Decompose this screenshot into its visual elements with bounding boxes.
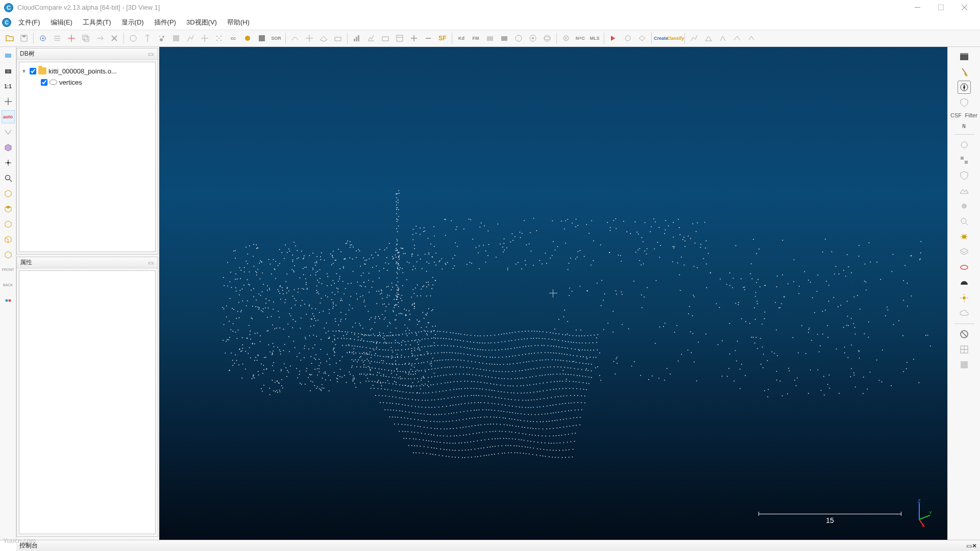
shield2-icon[interactable] [958, 169, 971, 182]
close-panel-icon[interactable]: ✕ [972, 542, 977, 549]
front-face-icon[interactable]: FRONT [2, 263, 15, 277]
clapper-icon[interactable] [958, 50, 971, 63]
canupo-classify-icon[interactable]: Classify [669, 32, 682, 45]
menu-plugins[interactable]: 插件(P) [149, 16, 181, 29]
dome-icon[interactable] [958, 276, 971, 289]
undock-icon[interactable]: ▭ [966, 542, 972, 549]
canupo-create-icon[interactable]: Create [654, 32, 668, 45]
tree-root-row[interactable]: ▼ kitti_000008_points.o... [21, 65, 153, 77]
bug-icon[interactable] [958, 230, 971, 243]
no-entry-icon[interactable] [958, 328, 971, 341]
animation-icon[interactable] [607, 32, 620, 45]
save-icon[interactable] [17, 32, 31, 45]
histogram-icon[interactable] [350, 32, 363, 45]
point-list-icon[interactable] [51, 32, 64, 45]
set-point-size-icon[interactable] [155, 32, 168, 45]
facets-icon[interactable] [702, 32, 715, 45]
scalar-field-icon[interactable]: SF [436, 32, 449, 45]
compute-octree-icon[interactable]: cc [227, 32, 240, 45]
export-icon[interactable] [745, 32, 758, 45]
minimize-button[interactable] [905, 0, 929, 15]
point-picking-icon[interactable] [36, 32, 50, 45]
3d-viewport[interactable]: 15 Z Y X [159, 47, 947, 540]
menu-display[interactable]: 显示(D) [116, 16, 149, 29]
bottom-view-icon[interactable] [2, 217, 15, 231]
best-fit-icon[interactable] [526, 32, 540, 45]
normals-icon[interactable] [716, 32, 729, 45]
register-icon[interactable] [498, 32, 511, 45]
menu-tools[interactable]: 工具类(T) [78, 16, 116, 29]
toggle-viewer-icon[interactable] [169, 32, 183, 45]
menu-help[interactable]: 帮助(H) [222, 16, 255, 29]
fit-plane-icon[interactable] [288, 32, 302, 45]
level-icon[interactable] [141, 32, 154, 45]
auto-pick-rotation-icon[interactable]: auto [2, 110, 15, 123]
front-view-icon[interactable] [2, 233, 15, 246]
add-constant-sf-icon[interactable] [407, 32, 421, 45]
broom-icon[interactable] [621, 32, 634, 45]
layers-icon[interactable] [958, 245, 971, 259]
hpr-icon[interactable] [730, 32, 744, 45]
ellipse-icon[interactable] [958, 261, 971, 274]
always-visible-icon[interactable] [2, 126, 15, 139]
virtual-broom-icon[interactable] [635, 32, 649, 45]
iso-view-icon[interactable] [2, 141, 15, 154]
clone-icon[interactable] [79, 32, 92, 45]
close-button[interactable] [952, 0, 976, 15]
display-options-icon[interactable] [393, 32, 406, 45]
cross-section-icon[interactable] [317, 32, 330, 45]
fit-sphere-icon[interactable] [303, 32, 316, 45]
menu-file[interactable]: 文件(F) [13, 16, 45, 29]
undock-icon[interactable]: ▭ [146, 259, 155, 267]
subsample-icon[interactable] [212, 32, 226, 45]
db-tree[interactable]: ▼ kitti_000008_points.o... vertices [19, 62, 156, 252]
camera-params-icon[interactable] [379, 32, 392, 45]
cloud-icon[interactable] [958, 307, 971, 320]
root-checkbox[interactable] [30, 68, 36, 74]
set-view-icon[interactable] [2, 49, 15, 62]
delete-icon[interactable] [108, 32, 121, 45]
collapse-icon[interactable]: ▼ [21, 68, 28, 74]
sphere-icon[interactable] [958, 199, 971, 213]
back-view-icon[interactable] [2, 248, 15, 261]
globe-icon[interactable] [541, 32, 554, 45]
maximize-button[interactable] [929, 0, 952, 15]
compute-stat-icon[interactable] [364, 32, 378, 45]
global-zoom-icon[interactable] [2, 187, 15, 200]
ransac-icon[interactable] [559, 32, 573, 45]
sor-filter-icon[interactable]: SOR [270, 32, 283, 45]
broom-tool-icon[interactable] [958, 65, 971, 79]
nc-icon[interactable]: N+C [574, 32, 587, 45]
sun-icon[interactable] [958, 291, 971, 305]
pcv-icon[interactable] [241, 32, 254, 45]
classify-icon[interactable] [958, 154, 971, 167]
grid-icon[interactable] [958, 343, 971, 356]
open-file-icon[interactable] [3, 32, 16, 45]
mls-icon[interactable]: MLS [588, 32, 601, 45]
shield-icon[interactable] [958, 96, 971, 109]
facet-icon[interactable] [958, 138, 971, 152]
grid2-icon[interactable] [958, 358, 971, 371]
top-view-icon[interactable] [2, 202, 15, 215]
pick-rotation-center-icon[interactable] [2, 95, 15, 108]
fast-marching-icon[interactable]: FM [469, 32, 482, 45]
back-face-icon[interactable]: BACK [2, 279, 15, 292]
segment-icon[interactable] [184, 32, 197, 45]
terrain-icon[interactable] [958, 184, 971, 197]
undock-icon[interactable]: ▭ [146, 50, 155, 58]
kd-tree-icon[interactable]: Kd [455, 32, 468, 45]
zoom-icon[interactable] [2, 171, 15, 185]
translate-rotate-icon[interactable] [198, 32, 211, 45]
ratio-1-1-button[interactable]: 1:1 [2, 80, 15, 93]
rasterize-icon[interactable] [331, 32, 345, 45]
m3c2-icon[interactable] [688, 32, 701, 45]
label-conn-icon[interactable] [483, 32, 497, 45]
search-scene-icon[interactable] [958, 215, 971, 228]
shader-icon[interactable] [255, 32, 268, 45]
align-icon[interactable] [512, 32, 525, 45]
child-checkbox[interactable] [41, 79, 47, 86]
flickr-icon[interactable] [2, 294, 15, 307]
lock-rotation-icon[interactable] [2, 156, 15, 169]
menu-3dview[interactable]: 3D视图(V) [181, 16, 222, 29]
camera-icon[interactable] [2, 64, 15, 78]
